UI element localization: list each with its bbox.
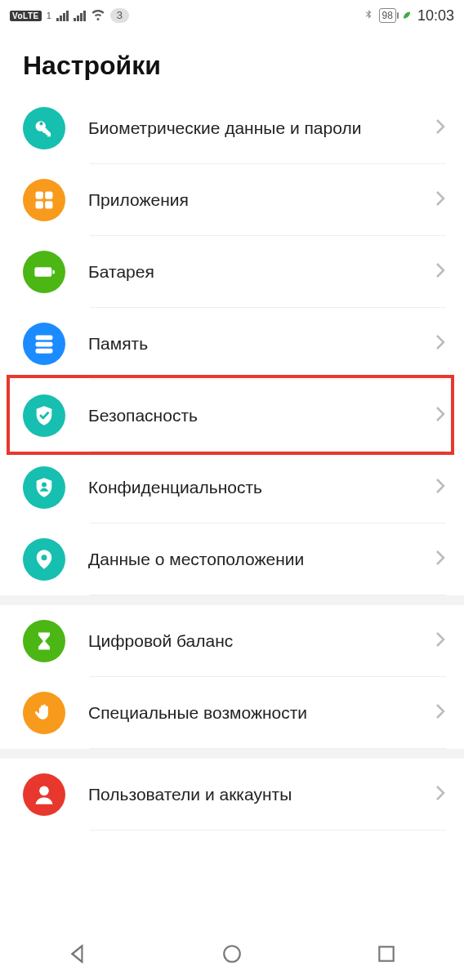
item-label: Специальные возможности bbox=[88, 702, 435, 724]
chevron-right-icon bbox=[435, 118, 446, 139]
shield-icon bbox=[23, 394, 65, 437]
chevron-right-icon bbox=[435, 784, 446, 805]
battery-icon bbox=[23, 251, 65, 293]
settings-item-battery[interactable]: Батарея bbox=[0, 236, 464, 308]
chevron-right-icon bbox=[435, 405, 446, 426]
chevron-right-icon bbox=[435, 333, 446, 354]
hand-icon bbox=[23, 692, 65, 734]
signal-icon bbox=[56, 10, 69, 21]
item-label: Приложения bbox=[88, 189, 435, 211]
volte-badge: VoLTE bbox=[10, 11, 42, 21]
settings-screen: VoLTE 1 3 98 10:03 Настройки Биометричес… bbox=[0, 0, 464, 980]
chevron-right-icon bbox=[435, 630, 446, 652]
user-icon bbox=[23, 773, 65, 816]
sim-indicator: 1 bbox=[47, 11, 51, 20]
nav-recent-button[interactable] bbox=[376, 943, 397, 968]
item-label: Безопасность bbox=[88, 405, 435, 426]
svg-rect-1 bbox=[380, 947, 394, 960]
item-label: Батарея bbox=[88, 261, 435, 283]
privacy-icon bbox=[23, 466, 65, 509]
item-label: Биометрические данные и пароли bbox=[88, 118, 435, 139]
chevron-right-icon bbox=[435, 261, 446, 283]
clock: 10:03 bbox=[417, 7, 454, 24]
leaf-icon bbox=[401, 9, 413, 23]
item-label: Пользователи и аккаунты bbox=[88, 784, 435, 805]
hourglass-icon bbox=[23, 620, 65, 662]
nav-home-button[interactable] bbox=[221, 943, 243, 968]
apps-icon bbox=[23, 179, 65, 221]
group-separator bbox=[0, 595, 464, 605]
svg-point-0 bbox=[224, 946, 240, 962]
key-icon bbox=[23, 107, 65, 149]
item-label: Память bbox=[88, 333, 435, 354]
chevron-right-icon bbox=[435, 477, 446, 498]
nav-bar bbox=[0, 931, 464, 980]
settings-item-user[interactable]: Пользователи и аккаунты bbox=[0, 759, 464, 831]
settings-item-location[interactable]: Данные о местоположении bbox=[0, 523, 464, 595]
settings-item-hourglass[interactable]: Цифровой баланс bbox=[0, 605, 464, 677]
wifi-icon bbox=[91, 7, 105, 24]
bluetooth-icon bbox=[363, 9, 374, 23]
status-left: VoLTE 1 3 bbox=[10, 7, 129, 24]
settings-item-privacy[interactable]: Конфиденциальность bbox=[0, 452, 464, 523]
status-bar: VoLTE 1 3 98 10:03 bbox=[0, 0, 464, 31]
status-right: 98 10:03 bbox=[363, 7, 454, 24]
settings-list[interactable]: Биометрические данные и пароли Приложени… bbox=[0, 92, 464, 931]
settings-item-shield[interactable]: Безопасность bbox=[0, 380, 464, 452]
notification-count: 3 bbox=[110, 8, 129, 23]
storage-icon bbox=[23, 323, 65, 365]
page-title: Настройки bbox=[0, 31, 464, 92]
item-label: Данные о местоположении bbox=[88, 549, 435, 570]
location-icon bbox=[23, 538, 65, 581]
chevron-right-icon bbox=[435, 189, 446, 211]
settings-item-storage[interactable]: Память bbox=[0, 308, 464, 380]
item-label: Цифровой баланс bbox=[88, 630, 435, 652]
battery-indicator: 98 bbox=[379, 8, 396, 23]
signal-icon-2 bbox=[74, 10, 86, 21]
chevron-right-icon bbox=[435, 702, 446, 724]
nav-back-button[interactable] bbox=[67, 943, 88, 968]
group-separator bbox=[0, 749, 464, 759]
settings-item-key[interactable]: Биометрические данные и пароли bbox=[0, 92, 464, 164]
settings-item-apps[interactable]: Приложения bbox=[0, 164, 464, 236]
item-label: Конфиденциальность bbox=[88, 477, 435, 498]
chevron-right-icon bbox=[435, 549, 446, 570]
settings-item-hand[interactable]: Специальные возможности bbox=[0, 677, 464, 749]
